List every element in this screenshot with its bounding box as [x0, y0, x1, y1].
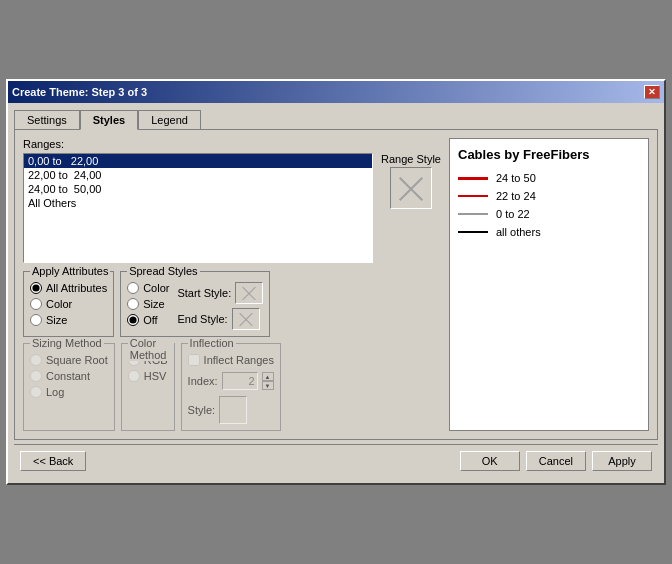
legend-line-0 — [458, 177, 488, 180]
start-style-x-icon — [240, 284, 258, 302]
left-panel: Ranges: 0,00 to 22,00 22,00 to 24,00 24,… — [23, 138, 441, 431]
radio-size-label: Size — [46, 314, 67, 326]
color-method-label: Color Method — [128, 337, 174, 361]
legend-item-2: 0 to 22 — [458, 208, 640, 220]
radio-spread-off-input[interactable] — [127, 314, 139, 326]
radio-color[interactable]: Color — [30, 298, 107, 310]
sizing-method-radios: Square Root Constant Log — [30, 354, 108, 398]
radio-constant-label: Constant — [46, 370, 90, 382]
radio-constant: Constant — [30, 370, 108, 382]
inflect-ranges-checkbox — [188, 354, 200, 366]
radio-spread-off[interactable]: Off — [127, 314, 169, 326]
index-spinner: ▲ ▼ — [262, 372, 274, 390]
title-bar-buttons: ✕ — [644, 85, 660, 99]
list-item[interactable]: All Others — [24, 196, 372, 210]
index-row: Index: ▲ ▼ — [188, 372, 274, 390]
tab-settings[interactable]: Settings — [14, 110, 80, 130]
ok-button[interactable]: OK — [460, 451, 520, 471]
legend-panel: Cables by FreeFibers 24 to 50 22 to 24 0… — [449, 138, 649, 431]
main-window: Create Theme: Step 3 of 3 ✕ Settings Sty… — [6, 79, 666, 485]
radio-color-input[interactable] — [30, 298, 42, 310]
main-row: Ranges: 0,00 to 22,00 22,00 to 24,00 24,… — [23, 138, 649, 431]
radio-constant-input — [30, 370, 42, 382]
back-button-container: << Back — [20, 451, 86, 471]
radio-square-root-label: Square Root — [46, 354, 108, 366]
legend-line-1 — [458, 195, 488, 197]
radio-hsv-input — [128, 370, 140, 382]
radio-spread-size-input[interactable] — [127, 298, 139, 310]
legend-item-3: all others — [458, 226, 640, 238]
radio-spread-size[interactable]: Size — [127, 298, 169, 310]
color-method-group: Color Method RGB HSV — [121, 343, 175, 431]
radio-spread-color-input[interactable] — [127, 282, 139, 294]
legend-item-0: 24 to 50 — [458, 172, 640, 184]
tab-legend[interactable]: Legend — [138, 110, 201, 130]
end-style-x-icon — [237, 310, 255, 328]
ranges-listbox[interactable]: 0,00 to 22,00 22,00 to 24,00 24,00 to 50… — [23, 153, 373, 263]
spread-style-buttons: Start Style: End Style: — [177, 282, 263, 330]
inflection-label: Inflection — [188, 337, 236, 349]
radio-spread-color-label: Color — [143, 282, 169, 294]
close-button[interactable]: ✕ — [644, 85, 660, 99]
footer-buttons: OK Cancel Apply — [460, 451, 652, 471]
ranges-row: 0,00 to 22,00 22,00 to 24,00 24,00 to 50… — [23, 153, 441, 263]
radio-size-input[interactable] — [30, 314, 42, 326]
range-style-box: Range Style — [381, 153, 441, 263]
radio-hsv: HSV — [128, 370, 168, 382]
style-row: Style: — [188, 396, 274, 424]
legend-line-2 — [458, 213, 488, 215]
radio-all-attributes[interactable]: All Attributes — [30, 282, 107, 294]
legend-text-0: 24 to 50 — [496, 172, 536, 184]
legend-item-1: 22 to 24 — [458, 190, 640, 202]
radio-square-root: Square Root — [30, 354, 108, 366]
inflection-group: Inflection Inflect Ranges Index: — [181, 343, 281, 431]
radio-size[interactable]: Size — [30, 314, 107, 326]
range-style-preview[interactable] — [390, 167, 432, 209]
list-item[interactable]: 22,00 to 24,00 — [24, 168, 372, 182]
spread-styles-group: Spread Styles Color Size — [120, 271, 270, 337]
start-style-button[interactable] — [235, 282, 263, 304]
dialog-content: Settings Styles Legend Ranges: 0,00 to 2… — [8, 103, 664, 483]
radio-all-attributes-input[interactable] — [30, 282, 42, 294]
spread-styles-label: Spread Styles — [127, 265, 199, 277]
tab-styles[interactable]: Styles — [80, 110, 138, 130]
sizing-method-label: Sizing Method — [30, 337, 104, 349]
spread-radios: Color Size Off — [127, 282, 169, 330]
radio-hsv-label: HSV — [144, 370, 167, 382]
end-style-label: End Style: — [177, 313, 227, 325]
inflect-style-button — [219, 396, 247, 424]
inflect-ranges-row: Inflect Ranges — [188, 354, 274, 366]
radio-spread-color[interactable]: Color — [127, 282, 169, 294]
radio-log-input — [30, 386, 42, 398]
cancel-button[interactable]: Cancel — [526, 451, 586, 471]
footer: << Back OK Cancel Apply — [14, 444, 658, 477]
index-label: Index: — [188, 375, 218, 387]
radio-log: Log — [30, 386, 108, 398]
x-icon — [395, 172, 427, 204]
inflection-box: Inflect Ranges Index: ▲ ▼ — [188, 354, 274, 424]
bottom-sections: Apply Attributes All Attributes Color — [23, 271, 441, 337]
apply-attributes-label: Apply Attributes — [30, 265, 110, 277]
end-style-button[interactable] — [232, 308, 260, 330]
list-item[interactable]: 0,00 to 22,00 — [24, 154, 372, 168]
back-button[interactable]: << Back — [20, 451, 86, 471]
radio-all-attributes-label: All Attributes — [46, 282, 107, 294]
range-style-label: Range Style — [381, 153, 441, 165]
title-bar: Create Theme: Step 3 of 3 ✕ — [8, 81, 664, 103]
inflect-ranges-label: Inflect Ranges — [204, 354, 274, 366]
apply-attributes-radios: All Attributes Color Size — [30, 282, 107, 326]
spread-styles-inner: Color Size Off — [127, 282, 263, 330]
apply-attributes-group: Apply Attributes All Attributes Color — [23, 271, 114, 337]
legend-text-2: 0 to 22 — [496, 208, 530, 220]
index-input — [222, 372, 258, 390]
spin-up-button: ▲ — [262, 372, 274, 381]
radio-log-label: Log — [46, 386, 64, 398]
sizing-method-group: Sizing Method Square Root Constant — [23, 343, 115, 431]
legend-title: Cables by FreeFibers — [458, 147, 640, 162]
list-item[interactable]: 24,00 to 50,00 — [24, 182, 372, 196]
start-style-label: Start Style: — [177, 287, 231, 299]
spin-down-button: ▼ — [262, 381, 274, 390]
apply-button[interactable]: Apply — [592, 451, 652, 471]
window-title: Create Theme: Step 3 of 3 — [12, 86, 147, 98]
radio-spread-off-label: Off — [143, 314, 157, 326]
